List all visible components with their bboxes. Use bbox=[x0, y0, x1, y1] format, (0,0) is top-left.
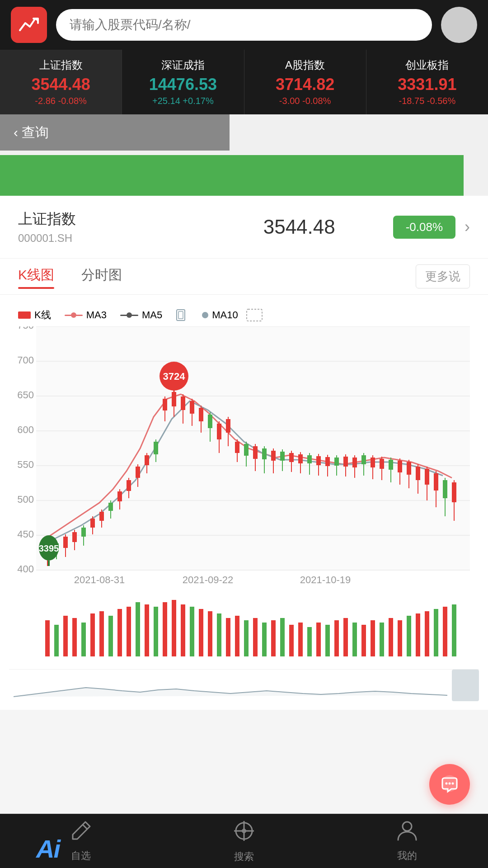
svg-rect-144 bbox=[253, 618, 258, 656]
svg-rect-156 bbox=[361, 625, 366, 656]
legend-ma3-label: MA3 bbox=[86, 309, 107, 321]
svg-rect-43 bbox=[145, 455, 149, 465]
legend-ma10-dot bbox=[202, 312, 208, 318]
kline-svg: 750 700 650 600 550 500 450 400 bbox=[9, 326, 479, 589]
legend-ma10: MA10 bbox=[176, 309, 262, 321]
search-bar[interactable] bbox=[56, 9, 432, 41]
svg-rect-104 bbox=[407, 462, 411, 475]
svg-rect-58 bbox=[199, 408, 203, 421]
legend-kline-color bbox=[18, 311, 31, 319]
svg-rect-132 bbox=[145, 604, 149, 656]
svg-rect-74 bbox=[271, 451, 276, 461]
search-input[interactable] bbox=[70, 18, 418, 32]
tab-kline[interactable]: K线图 bbox=[18, 266, 54, 287]
svg-rect-33 bbox=[99, 512, 104, 521]
svg-rect-155 bbox=[352, 623, 357, 656]
svg-rect-86 bbox=[325, 457, 330, 466]
svg-rect-131 bbox=[136, 602, 140, 656]
svg-rect-56 bbox=[190, 401, 194, 414]
ticker-name-3: 创业板指 bbox=[374, 58, 481, 72]
kline-chart-wrapper: 750 700 650 600 550 500 450 400 bbox=[9, 326, 479, 590]
svg-rect-142 bbox=[235, 616, 239, 656]
svg-rect-133 bbox=[154, 607, 158, 656]
svg-text:2021-08-31: 2021-08-31 bbox=[74, 574, 125, 585]
svg-rect-125 bbox=[81, 623, 86, 656]
svg-rect-141 bbox=[226, 618, 230, 656]
logo-button[interactable] bbox=[11, 7, 47, 43]
chart-area: K线 MA3 MA5 MA10 bbox=[0, 295, 488, 710]
svg-rect-124 bbox=[72, 618, 77, 656]
ticker-name-0: 上证指数 bbox=[7, 58, 114, 72]
ticker-value-0: 3544.48 bbox=[7, 75, 114, 94]
person-icon bbox=[396, 820, 418, 846]
ticker-change-2: -3.00 -0.08% bbox=[252, 96, 359, 106]
svg-text:650: 650 bbox=[17, 389, 34, 401]
svg-rect-152 bbox=[325, 625, 330, 656]
svg-rect-31 bbox=[90, 519, 95, 528]
svg-rect-82 bbox=[307, 455, 312, 463]
ticker-item-chinext[interactable]: 创业板指 3331.91 -18.75 -0.56% bbox=[366, 50, 488, 114]
svg-text:2021-09-22: 2021-09-22 bbox=[183, 574, 234, 585]
svg-rect-127 bbox=[99, 611, 104, 656]
svg-rect-92 bbox=[352, 458, 357, 467]
tab-timeshare[interactable]: 分时图 bbox=[81, 266, 122, 287]
svg-rect-149 bbox=[298, 623, 303, 656]
svg-text:2021-10-19: 2021-10-19 bbox=[300, 574, 351, 585]
svg-rect-25 bbox=[63, 537, 68, 548]
svg-rect-88 bbox=[334, 458, 339, 466]
svg-rect-106 bbox=[416, 467, 420, 480]
ticker-item-ashare[interactable]: A股指数 3714.82 -3.00 -0.08% bbox=[244, 50, 366, 114]
more-settings-button[interactable]: 更多说 bbox=[416, 264, 470, 288]
svg-rect-27 bbox=[72, 532, 77, 542]
nav-item-watchlist[interactable]: 自选 bbox=[70, 820, 92, 863]
stock-code: 000001.SH bbox=[18, 232, 206, 245]
svg-rect-138 bbox=[199, 609, 203, 656]
svg-text:750: 750 bbox=[17, 326, 34, 331]
back-button[interactable]: ‹ 查询 bbox=[0, 114, 230, 151]
svg-rect-164 bbox=[434, 609, 438, 656]
svg-rect-66 bbox=[235, 442, 239, 453]
float-chat-button[interactable] bbox=[429, 764, 470, 805]
svg-rect-162 bbox=[416, 613, 420, 656]
svg-rect-129 bbox=[117, 609, 122, 656]
svg-rect-123 bbox=[63, 616, 68, 656]
svg-rect-1 bbox=[178, 311, 183, 319]
svg-point-174 bbox=[446, 783, 448, 785]
stock-detail-arrow[interactable]: › bbox=[465, 217, 470, 236]
svg-rect-128 bbox=[108, 616, 113, 656]
svg-rect-135 bbox=[172, 600, 176, 656]
svg-rect-90 bbox=[343, 457, 348, 467]
avatar[interactable] bbox=[441, 7, 477, 43]
svg-rect-102 bbox=[398, 461, 402, 472]
svg-point-176 bbox=[452, 783, 454, 785]
legend-ma10-label: MA10 bbox=[212, 309, 238, 321]
ticker-name-2: A股指数 bbox=[252, 58, 359, 72]
ticker-value-1: 14476.53 bbox=[129, 75, 236, 94]
svg-rect-130 bbox=[127, 607, 131, 656]
svg-rect-150 bbox=[307, 627, 312, 656]
svg-rect-165 bbox=[443, 607, 447, 656]
svg-text:3724: 3724 bbox=[163, 371, 186, 382]
ticker-item-shenzhen[interactable]: 深证成指 14476.53 +25.14 +0.17% bbox=[122, 50, 244, 114]
svg-text:700: 700 bbox=[17, 354, 34, 366]
nav-item-search[interactable]: 搜索 bbox=[232, 819, 256, 863]
stock-name: 上证指数 bbox=[18, 209, 206, 229]
svg-text:600: 600 bbox=[17, 424, 34, 435]
ticker-item-shanghai[interactable]: 上证指数 3544.48 -2.86 -0.08% bbox=[0, 50, 122, 114]
legend-ma5-line bbox=[120, 315, 138, 316]
nav-item-profile[interactable]: 我的 bbox=[396, 820, 418, 863]
svg-rect-41 bbox=[136, 467, 140, 478]
ticker-name-1: 深证成指 bbox=[129, 58, 236, 72]
ai-logo: Ai bbox=[36, 834, 60, 863]
svg-rect-29 bbox=[81, 528, 86, 537]
green-banner bbox=[0, 155, 464, 196]
svg-rect-62 bbox=[217, 424, 221, 439]
svg-rect-148 bbox=[289, 625, 294, 656]
svg-rect-147 bbox=[280, 618, 285, 656]
svg-rect-134 bbox=[163, 602, 167, 656]
svg-rect-80 bbox=[298, 454, 303, 463]
svg-rect-160 bbox=[398, 620, 402, 656]
svg-rect-76 bbox=[280, 452, 285, 461]
ticker-change-1: +25.14 +0.17% bbox=[129, 96, 236, 106]
chart-legend: K线 MA3 MA5 MA10 bbox=[9, 304, 479, 326]
